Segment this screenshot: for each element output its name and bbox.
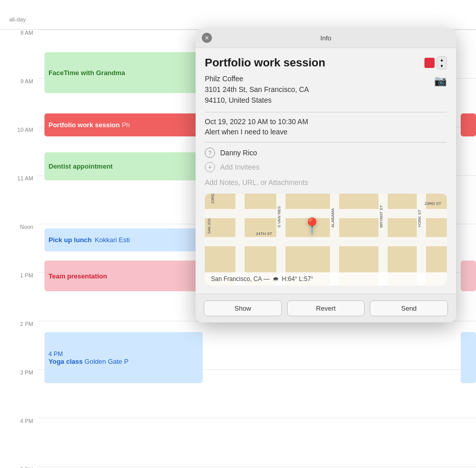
popup-header-title: Info [320,34,331,42]
weather-detail: H:64° L:57° [282,275,314,283]
event-strip-portfolio-right [461,113,476,136]
location-line1: Philz Coffee [205,74,309,84]
popup-map[interactable]: 23RD ST 23RD ST SAN JOS S VAN NES 24TH S… [205,194,447,286]
event-strip-team-right [461,261,476,291]
street-label-s-van-nes: S VAN NES [277,206,281,227]
street-label-york: YORK ST [417,209,422,227]
popup-event-title: Portfolio work session [205,56,325,69]
popup-footer: Show Revert Send [196,294,456,322]
event-title: Yoga class Golden Gate P [49,358,199,365]
divider [205,112,447,112]
event-title: FaceTime with Grandma [49,69,125,77]
event-facetime[interactable]: FaceTime with Grandma [44,52,198,93]
color-swatch[interactable] [424,58,435,68]
street-label-23rd-st: 23RD ST [210,194,215,204]
show-button[interactable]: Show [204,300,282,316]
event-portfolio[interactable]: Portfolio work session Ph [44,113,208,136]
popup-alert: Alert when I need to leave [205,128,447,136]
street-label-23rd-right: 23RD ST [424,201,441,206]
event-title: Team presentation [49,272,107,280]
popup-header: Info [196,28,456,48]
event-subtitle: Ph [122,121,130,129]
invitee-name: Danny Rico [220,149,257,157]
all-day-row: all-day [0,9,476,30]
invitee-icon: ? [205,148,215,158]
time-label: 9 AM [0,78,38,84]
add-invitees-icon[interactable]: + [205,162,215,172]
time-label: 11 AM [0,175,38,181]
event-dentist[interactable]: Dentist appointment [44,152,198,180]
add-invitees-row[interactable]: + Add Invitees [205,162,447,172]
event-team[interactable]: Team presentation [44,261,203,291]
street-label-bryant-st: BRYANT ST [379,205,384,227]
send-button[interactable]: Send [370,300,448,316]
event-pickup[interactable]: Pick up lunch Kokkari Esti [44,228,203,251]
popup-datetime: Oct 19, 2022 10 AM to 10:30 AM [205,118,447,126]
street-label-alabama: ALABAMA [330,208,335,228]
street-label-san-jos: SAN JOS [207,219,211,234]
video-camera-icon[interactable]: 📷 [434,75,447,87]
color-control[interactable]: ▲ ▼ [424,56,447,69]
street-york [417,194,426,286]
location-line2: 3101 24th St, San Francisco, CA [205,84,309,95]
close-button[interactable] [202,33,212,43]
event-title: Portfolio work session [49,121,120,129]
popup-body: Portfolio work session ▲ ▼ Philz Coffee … [196,48,456,294]
revert-button[interactable]: Revert [287,300,365,316]
time-line [38,466,476,467]
weather-city: San Francisco, CA — [211,275,270,283]
map-weather-bar: San Francisco, CA — 🌧 H:64° L:57° [205,272,447,286]
time-row-4pm: 4 PM [0,418,476,424]
popup-location-row: Philz Coffee 3101 24th St, San Francisco… [205,74,447,106]
map-pin: 📍 [302,217,322,236]
divider [205,142,447,143]
popup-title-row: Portfolio work session ▲ ▼ [205,56,447,69]
time-label: 2 PM [0,321,38,327]
stepper-down[interactable]: ▼ [437,63,446,69]
event-subtitle: Kokkari Esti [95,236,130,244]
event-title: Pick up lunch [49,236,92,244]
all-day-label: all-day [0,16,38,22]
street-san-jose [235,194,245,286]
time-label: 4 PM [0,418,38,424]
time-label: 10 AM [0,127,38,133]
time-label: 3 PM [0,369,38,376]
street-alabama [330,194,339,286]
add-invitees-label: Add Invitees [220,163,259,171]
time-label: 8 AM [0,30,38,36]
event-yoga[interactable]: 4 PM Yoga class Golden Gate P [44,332,203,383]
time-line [38,418,476,418]
event-time-hint: 4 PM [49,350,199,358]
event-subtitle: Golden Gate P [85,358,129,365]
popup-notes-placeholder[interactable]: Add Notes, URL, or Attachments [205,178,447,186]
info-popup: Info Portfolio work session ▲ ▼ Philz Co… [196,28,456,322]
event-strip-yoga-right [461,332,476,383]
stepper-up[interactable]: ▲ [437,57,446,63]
location-line3: 94110, United States [205,95,309,106]
time-label: Noon [0,224,38,230]
weather-icon: 🌧 [273,275,279,283]
street-label-24th: 24TH ST [256,231,272,236]
popup-invitee-row: ? Danny Rico [205,148,447,158]
popup-location-text: Philz Coffee 3101 24th St, San Francisco… [205,74,309,106]
time-label: 1 PM [0,272,38,278]
event-title: Dentist appointment [49,162,113,170]
stepper[interactable]: ▲ ▼ [437,56,447,69]
